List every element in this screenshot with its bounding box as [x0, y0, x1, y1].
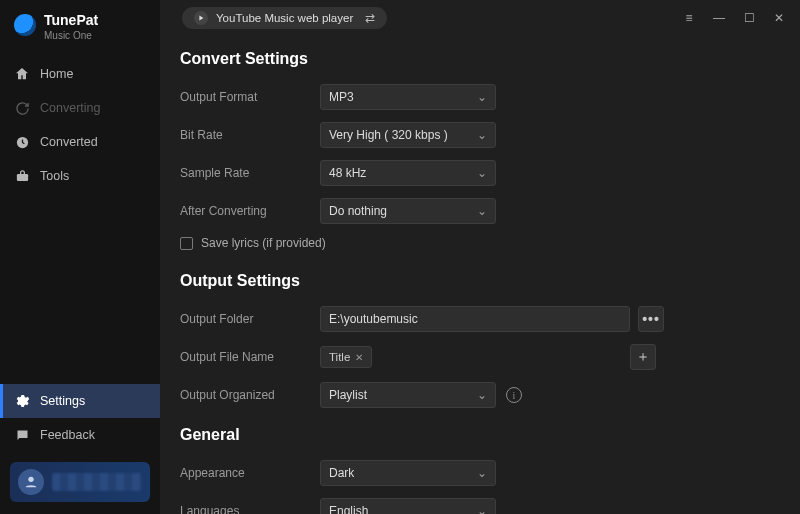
- chevron-down-icon: ⌄: [477, 504, 487, 514]
- sidebar-item-home[interactable]: Home: [0, 57, 160, 91]
- info-icon[interactable]: i: [506, 387, 522, 403]
- source-label: YouTube Music web player: [216, 12, 353, 24]
- minimize-button[interactable]: ―: [712, 11, 726, 25]
- gear-icon: [14, 393, 30, 409]
- refresh-icon: [14, 100, 30, 116]
- brand: TunePat Music One: [0, 0, 160, 51]
- label-output-file-name: Output File Name: [180, 350, 320, 364]
- sidebar: TunePat Music One Home Converting Conver…: [0, 0, 160, 514]
- input-output-folder[interactable]: E:\youtubemusic: [320, 306, 630, 332]
- row-languages: Languages English ⌄: [180, 498, 770, 514]
- row-output-format: Output Format MP3 ⌄: [180, 84, 770, 110]
- nav-bottom: Settings Feedback: [0, 384, 160, 452]
- swap-icon: ⇄: [365, 11, 375, 25]
- sidebar-item-label: Converted: [40, 135, 98, 149]
- row-output-file-name: Output File Name Title ✕ ＋: [180, 344, 770, 370]
- row-output-organized: Output Organized Playlist ⌄ i: [180, 382, 770, 408]
- chevron-down-icon: ⌄: [477, 466, 487, 480]
- clock-icon: [14, 134, 30, 150]
- sidebar-item-label: Feedback: [40, 428, 95, 442]
- chevron-down-icon: ⌄: [477, 90, 487, 104]
- select-appearance[interactable]: Dark ⌄: [320, 460, 496, 486]
- menu-icon[interactable]: ≡: [682, 11, 696, 25]
- select-value: 48 kHz: [329, 166, 366, 180]
- titlebar: YouTube Music web player ⇄ ≡ ― ☐ ✕: [160, 0, 800, 36]
- source-pill[interactable]: YouTube Music web player ⇄: [182, 7, 387, 29]
- brand-logo-icon: [14, 14, 36, 36]
- brand-title: TunePat: [44, 12, 98, 28]
- row-sample-rate: Sample Rate 48 kHz ⌄: [180, 160, 770, 186]
- settings-content: Convert Settings Output Format MP3 ⌄ Bit…: [160, 36, 800, 514]
- select-after-converting[interactable]: Do nothing ⌄: [320, 198, 496, 224]
- select-output-organized[interactable]: Playlist ⌄: [320, 382, 496, 408]
- chevron-down-icon: ⌄: [477, 166, 487, 180]
- row-save-lyrics: Save lyrics (if provided): [180, 236, 770, 250]
- chevron-down-icon: ⌄: [477, 204, 487, 218]
- select-bit-rate[interactable]: Very High ( 320 kbps ) ⌄: [320, 122, 496, 148]
- sidebar-item-converting[interactable]: Converting: [0, 91, 160, 125]
- label-appearance: Appearance: [180, 466, 320, 480]
- label-languages: Languages: [180, 504, 320, 514]
- select-value: Playlist: [329, 388, 367, 402]
- select-sample-rate[interactable]: 48 kHz ⌄: [320, 160, 496, 186]
- sidebar-item-label: Home: [40, 67, 73, 81]
- app-window: TunePat Music One Home Converting Conver…: [0, 0, 800, 514]
- input-value: E:\youtubemusic: [329, 312, 418, 326]
- sidebar-item-tools[interactable]: Tools: [0, 159, 160, 193]
- user-name-blurred: [52, 473, 142, 491]
- select-value: Do nothing: [329, 204, 387, 218]
- svg-point-2: [28, 477, 33, 482]
- plus-icon: ＋: [636, 348, 650, 366]
- user-card[interactable]: [10, 462, 150, 502]
- row-output-folder: Output Folder E:\youtubemusic •••: [180, 306, 770, 332]
- chat-icon: [14, 427, 30, 443]
- svg-rect-1: [16, 174, 27, 181]
- brand-subtitle: Music One: [44, 30, 98, 41]
- chevron-down-icon: ⌄: [477, 128, 487, 142]
- select-value: MP3: [329, 90, 354, 104]
- nav-top: Home Converting Converted Tools: [0, 57, 160, 193]
- toolbox-icon: [14, 168, 30, 184]
- play-circle-icon: [194, 11, 208, 25]
- label-output-organized: Output Organized: [180, 388, 320, 402]
- filename-chip-title[interactable]: Title ✕: [320, 346, 372, 368]
- home-icon: [14, 66, 30, 82]
- window-controls: ≡ ― ☐ ✕: [682, 11, 790, 25]
- chip-label: Title: [329, 351, 350, 363]
- label-output-format: Output Format: [180, 90, 320, 104]
- add-filename-tag-button[interactable]: ＋: [630, 344, 656, 370]
- label-sample-rate: Sample Rate: [180, 166, 320, 180]
- label-after-converting: After Converting: [180, 204, 320, 218]
- sidebar-item-label: Tools: [40, 169, 69, 183]
- label-save-lyrics: Save lyrics (if provided): [201, 236, 326, 250]
- select-output-format[interactable]: MP3 ⌄: [320, 84, 496, 110]
- section-title-general: General: [180, 426, 770, 444]
- checkbox-save-lyrics[interactable]: [180, 237, 193, 250]
- avatar-icon: [18, 469, 44, 495]
- row-appearance: Appearance Dark ⌄: [180, 460, 770, 486]
- row-after-converting: After Converting Do nothing ⌄: [180, 198, 770, 224]
- ellipsis-icon: •••: [642, 311, 660, 327]
- sidebar-item-label: Converting: [40, 101, 100, 115]
- sidebar-item-converted[interactable]: Converted: [0, 125, 160, 159]
- sidebar-item-label: Settings: [40, 394, 85, 408]
- sidebar-item-feedback[interactable]: Feedback: [0, 418, 160, 452]
- select-value: Dark: [329, 466, 354, 480]
- chevron-down-icon: ⌄: [477, 388, 487, 402]
- section-title-output: Output Settings: [180, 272, 770, 290]
- close-icon[interactable]: ✕: [355, 352, 363, 363]
- maximize-button[interactable]: ☐: [742, 11, 756, 25]
- label-output-folder: Output Folder: [180, 312, 320, 326]
- select-value: English: [329, 504, 368, 514]
- close-button[interactable]: ✕: [772, 11, 786, 25]
- label-bit-rate: Bit Rate: [180, 128, 320, 142]
- sidebar-item-settings[interactable]: Settings: [0, 384, 160, 418]
- main-panel: YouTube Music web player ⇄ ≡ ― ☐ ✕ Conve…: [160, 0, 800, 514]
- select-languages[interactable]: English ⌄: [320, 498, 496, 514]
- row-bit-rate: Bit Rate Very High ( 320 kbps ) ⌄: [180, 122, 770, 148]
- select-value: Very High ( 320 kbps ): [329, 128, 448, 142]
- section-title-convert: Convert Settings: [180, 50, 770, 68]
- browse-folder-button[interactable]: •••: [638, 306, 664, 332]
